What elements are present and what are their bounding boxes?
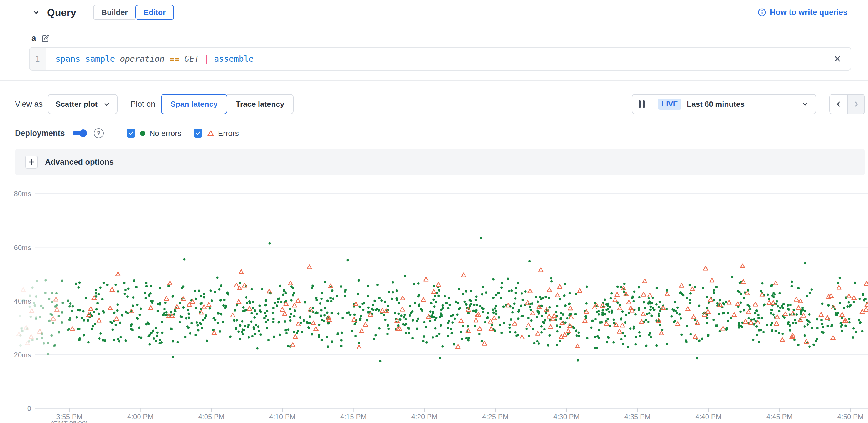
line-number: 1 [35,54,40,63]
query-code-line[interactable]: spans_sample operation == GET | assemble [45,48,824,70]
plus-icon [28,159,35,166]
time-range-control: LIVE Last 60 minutes [632,94,816,114]
svg-text:4:30 PM: 4:30 PM [553,413,580,421]
chevron-down-icon [103,101,110,107]
query-editor[interactable]: 1 spans_sample operation == GET | assemb… [29,47,851,70]
info-icon [757,8,766,17]
chevron-left-icon [835,101,842,108]
live-badge: LIVE [658,98,681,110]
token-source: spans_sample [56,54,115,64]
chevron-down-icon [802,101,809,108]
time-range-value: Last 60 minutes [687,100,745,109]
no-errors-marker-icon [140,131,145,136]
tab-trace-latency[interactable]: Trace latency [227,94,294,114]
svg-text:4:15 PM: 4:15 PM [340,413,366,421]
latency-scatter-chart[interactable]: 020ms40ms60ms80ms3:55 PM4:00 PM4:05 PM4:… [0,176,868,423]
time-pager [829,94,865,114]
view-as-label: View as [15,100,42,109]
clear-query-button[interactable] [824,48,851,70]
svg-text:0: 0 [27,404,31,413]
errors-marker-icon [207,130,214,137]
page-title: Query [47,7,76,18]
token-pipe: | [204,54,209,64]
svg-text:20ms: 20ms [14,351,31,359]
deployments-help-icon[interactable]: ? [94,128,104,138]
no-errors-checkbox[interactable] [127,129,135,138]
token-operator: == [169,54,180,64]
collapse-chevron-icon[interactable] [32,8,40,17]
svg-text:4:05 PM: 4:05 PM [198,413,224,421]
filters-row: Deployments ? No errors Errors [0,126,868,140]
scatter-plot-surface[interactable]: 020ms40ms60ms80ms3:55 PM4:00 PM4:05 PM4:… [0,176,868,423]
svg-text:60ms: 60ms [14,244,31,252]
chart-controls-row: View as Scatter plot Plot on Span latenc… [0,94,868,114]
svg-text:4:50 PM: 4:50 PM [837,413,864,421]
token-field: operation [120,54,164,64]
header-divider [0,25,868,25]
deployments-label: Deployments [15,129,65,138]
advanced-options-bar[interactable]: Advanced options [15,149,865,175]
no-errors-label: No errors [150,129,181,138]
token-value: GET [184,54,199,64]
errors-label: Errors [218,129,239,138]
builder-editor-toggle: Builder Editor [93,5,174,20]
view-as-value: Scatter plot [56,100,98,109]
deployments-toggle[interactable] [72,131,86,136]
how-to-write-queries-link[interactable]: How to write queries [757,8,847,17]
svg-text:4:10 PM: 4:10 PM [269,413,295,421]
svg-text:4:35 PM: 4:35 PM [624,413,651,421]
svg-text:4:45 PM: 4:45 PM [766,413,793,421]
token-command: assemble [214,54,254,64]
chevron-right-icon [853,101,860,108]
svg-text:(GMT-08:00): (GMT-08:00) [51,420,88,423]
errors-filter: Errors [194,129,239,138]
previous-time-window-button[interactable] [830,95,847,114]
help-link-label: How to write queries [770,8,847,17]
editor-section-divider [0,80,868,81]
plot-on-tabs: Span latency Trace latency [161,94,293,114]
filters-divider [115,128,116,139]
builder-tab[interactable]: Builder [93,5,135,20]
svg-text:4:25 PM: 4:25 PM [482,413,508,421]
check-icon [195,130,201,136]
svg-text:4:20 PM: 4:20 PM [411,413,437,421]
svg-text:4:00 PM: 4:00 PM [127,413,153,421]
edit-icon[interactable] [41,33,50,43]
time-range-select[interactable]: LIVE Last 60 minutes [651,95,816,114]
pause-icon [639,100,641,108]
no-errors-filter: No errors [127,129,181,138]
editor-tab[interactable]: Editor [135,5,174,20]
plot-on-label: Plot on [130,100,155,109]
query-block-letter: a [31,33,36,43]
check-icon [128,130,134,136]
tab-span-latency[interactable]: Span latency [161,94,227,114]
svg-text:80ms: 80ms [14,190,31,198]
query-block-label-row: a [31,33,868,43]
next-time-window-button[interactable] [847,95,865,114]
pause-live-button[interactable] [632,95,651,114]
svg-text:40ms: 40ms [14,297,31,305]
time-controls: LIVE Last 60 minutes [632,94,865,114]
svg-text:4:40 PM: 4:40 PM [695,413,721,421]
close-icon [833,55,842,63]
query-panel-header: Query Builder Editor How to write querie… [0,0,868,25]
advanced-options-label: Advanced options [45,158,114,167]
view-as-select[interactable]: Scatter plot [48,94,118,114]
line-number-gutter: 1 [30,48,45,70]
errors-checkbox[interactable] [194,129,203,138]
expand-advanced-options-button[interactable] [25,156,38,169]
